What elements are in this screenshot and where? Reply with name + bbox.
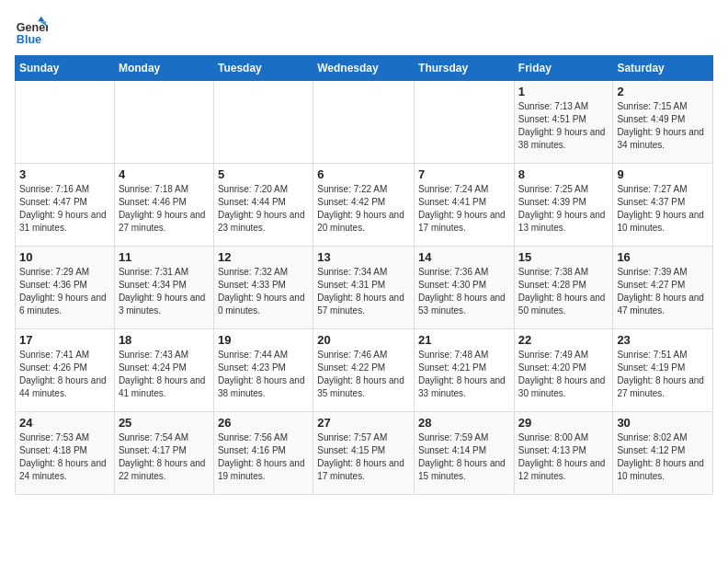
day-info: Sunrise: 7:36 AM Sunset: 4:30 PM Dayligh… bbox=[418, 266, 510, 317]
calendar-cell: 11Sunrise: 7:31 AM Sunset: 4:34 PM Dayli… bbox=[114, 247, 213, 329]
day-number: 22 bbox=[518, 333, 609, 347]
day-number: 26 bbox=[218, 416, 309, 430]
weekday-header-friday: Friday bbox=[514, 56, 613, 81]
calendar-cell: 6Sunrise: 7:22 AM Sunset: 4:42 PM Daylig… bbox=[313, 164, 415, 247]
day-number: 29 bbox=[518, 416, 609, 430]
day-info: Sunrise: 7:34 AM Sunset: 4:31 PM Dayligh… bbox=[317, 266, 410, 317]
calendar-table: SundayMondayTuesdayWednesdayThursdayFrid… bbox=[15, 55, 713, 495]
day-info: Sunrise: 8:02 AM Sunset: 4:12 PM Dayligh… bbox=[617, 431, 709, 483]
calendar-cell: 16Sunrise: 7:39 AM Sunset: 4:27 PM Dayli… bbox=[613, 247, 713, 329]
svg-marker-2 bbox=[38, 17, 44, 21]
weekday-header-saturday: Saturday bbox=[613, 56, 713, 81]
day-number: 10 bbox=[19, 250, 110, 264]
calendar-week-4: 17Sunrise: 7:41 AM Sunset: 4:26 PM Dayli… bbox=[16, 329, 713, 412]
calendar-cell: 4Sunrise: 7:18 AM Sunset: 4:46 PM Daylig… bbox=[114, 164, 213, 247]
svg-text:Blue: Blue bbox=[17, 33, 41, 46]
day-info: Sunrise: 7:16 AM Sunset: 4:47 PM Dayligh… bbox=[19, 183, 110, 235]
day-info: Sunrise: 7:22 AM Sunset: 4:42 PM Dayligh… bbox=[317, 183, 410, 235]
day-number: 14 bbox=[418, 250, 510, 264]
day-number: 16 bbox=[617, 250, 709, 264]
day-info: Sunrise: 7:54 AM Sunset: 4:17 PM Dayligh… bbox=[119, 431, 210, 483]
logo-icon: General Blue bbox=[15, 15, 48, 48]
day-number: 25 bbox=[119, 416, 210, 430]
weekday-header-wednesday: Wednesday bbox=[313, 56, 415, 81]
calendar-week-3: 10Sunrise: 7:29 AM Sunset: 4:36 PM Dayli… bbox=[16, 247, 713, 329]
calendar-cell: 26Sunrise: 7:56 AM Sunset: 4:16 PM Dayli… bbox=[213, 412, 313, 495]
weekday-header-monday: Monday bbox=[114, 56, 213, 81]
day-info: Sunrise: 7:48 AM Sunset: 4:21 PM Dayligh… bbox=[418, 349, 510, 400]
day-number: 11 bbox=[119, 250, 210, 264]
day-info: Sunrise: 7:56 AM Sunset: 4:16 PM Dayligh… bbox=[218, 431, 309, 483]
calendar-cell: 13Sunrise: 7:34 AM Sunset: 4:31 PM Dayli… bbox=[313, 247, 415, 329]
calendar-cell: 27Sunrise: 7:57 AM Sunset: 4:15 PM Dayli… bbox=[313, 412, 415, 495]
calendar-cell: 5Sunrise: 7:20 AM Sunset: 4:44 PM Daylig… bbox=[213, 164, 313, 247]
day-number: 27 bbox=[317, 416, 410, 430]
day-number: 17 bbox=[19, 333, 110, 347]
calendar-cell: 8Sunrise: 7:25 AM Sunset: 4:39 PM Daylig… bbox=[514, 164, 613, 247]
day-info: Sunrise: 7:27 AM Sunset: 4:37 PM Dayligh… bbox=[617, 183, 709, 235]
day-info: Sunrise: 7:59 AM Sunset: 4:14 PM Dayligh… bbox=[418, 431, 510, 483]
calendar-cell: 10Sunrise: 7:29 AM Sunset: 4:36 PM Dayli… bbox=[16, 247, 115, 329]
day-number: 7 bbox=[418, 167, 510, 181]
day-info: Sunrise: 8:00 AM Sunset: 4:13 PM Dayligh… bbox=[518, 431, 609, 483]
day-info: Sunrise: 7:29 AM Sunset: 4:36 PM Dayligh… bbox=[19, 266, 110, 317]
calendar-cell: 24Sunrise: 7:53 AM Sunset: 4:18 PM Dayli… bbox=[16, 412, 115, 495]
day-info: Sunrise: 7:24 AM Sunset: 4:41 PM Dayligh… bbox=[418, 183, 510, 235]
calendar-cell: 15Sunrise: 7:38 AM Sunset: 4:28 PM Dayli… bbox=[514, 247, 613, 329]
calendar-cell: 12Sunrise: 7:32 AM Sunset: 4:33 PM Dayli… bbox=[213, 247, 313, 329]
day-info: Sunrise: 7:44 AM Sunset: 4:23 PM Dayligh… bbox=[218, 349, 309, 400]
day-number: 4 bbox=[119, 167, 210, 181]
page-header: General Blue bbox=[15, 15, 713, 48]
calendar-cell: 7Sunrise: 7:24 AM Sunset: 4:41 PM Daylig… bbox=[415, 164, 515, 247]
day-info: Sunrise: 7:15 AM Sunset: 4:49 PM Dayligh… bbox=[617, 100, 709, 152]
weekday-header-thursday: Thursday bbox=[415, 56, 515, 81]
calendar-cell: 22Sunrise: 7:49 AM Sunset: 4:20 PM Dayli… bbox=[514, 329, 613, 412]
calendar-header-row: SundayMondayTuesdayWednesdayThursdayFrid… bbox=[16, 56, 713, 81]
day-info: Sunrise: 7:49 AM Sunset: 4:20 PM Dayligh… bbox=[518, 349, 609, 400]
day-number: 20 bbox=[317, 333, 410, 347]
calendar-cell: 20Sunrise: 7:46 AM Sunset: 4:22 PM Dayli… bbox=[313, 329, 415, 412]
day-number: 21 bbox=[418, 333, 510, 347]
day-number: 18 bbox=[119, 333, 210, 347]
calendar-cell: 28Sunrise: 7:59 AM Sunset: 4:14 PM Dayli… bbox=[415, 412, 515, 495]
day-number: 12 bbox=[218, 250, 309, 264]
logo: General Blue bbox=[15, 15, 48, 48]
calendar-cell: 29Sunrise: 8:00 AM Sunset: 4:13 PM Dayli… bbox=[514, 412, 613, 495]
day-info: Sunrise: 7:46 AM Sunset: 4:22 PM Dayligh… bbox=[317, 349, 410, 400]
day-number: 2 bbox=[617, 85, 709, 98]
calendar-cell: 30Sunrise: 8:02 AM Sunset: 4:12 PM Dayli… bbox=[613, 412, 713, 495]
calendar-week-1: 1Sunrise: 7:13 AM Sunset: 4:51 PM Daylig… bbox=[16, 81, 713, 164]
calendar-cell bbox=[114, 81, 213, 164]
calendar-cell bbox=[415, 81, 515, 164]
calendar-cell: 23Sunrise: 7:51 AM Sunset: 4:19 PM Dayli… bbox=[613, 329, 713, 412]
calendar-week-5: 24Sunrise: 7:53 AM Sunset: 4:18 PM Dayli… bbox=[16, 412, 713, 495]
day-info: Sunrise: 7:43 AM Sunset: 4:24 PM Dayligh… bbox=[119, 349, 210, 400]
calendar-cell bbox=[313, 81, 415, 164]
day-number: 23 bbox=[617, 333, 709, 347]
day-info: Sunrise: 7:51 AM Sunset: 4:19 PM Dayligh… bbox=[617, 349, 709, 400]
weekday-header-sunday: Sunday bbox=[16, 56, 115, 81]
calendar-cell: 1Sunrise: 7:13 AM Sunset: 4:51 PM Daylig… bbox=[514, 81, 613, 164]
day-info: Sunrise: 7:31 AM Sunset: 4:34 PM Dayligh… bbox=[119, 266, 210, 317]
day-number: 28 bbox=[418, 416, 510, 430]
calendar-cell bbox=[213, 81, 313, 164]
day-info: Sunrise: 7:39 AM Sunset: 4:27 PM Dayligh… bbox=[617, 266, 709, 317]
day-info: Sunrise: 7:13 AM Sunset: 4:51 PM Dayligh… bbox=[518, 100, 609, 152]
calendar-cell: 21Sunrise: 7:48 AM Sunset: 4:21 PM Dayli… bbox=[415, 329, 515, 412]
day-number: 19 bbox=[218, 333, 309, 347]
calendar-cell: 18Sunrise: 7:43 AM Sunset: 4:24 PM Dayli… bbox=[114, 329, 213, 412]
day-number: 13 bbox=[317, 250, 410, 264]
day-info: Sunrise: 7:20 AM Sunset: 4:44 PM Dayligh… bbox=[218, 183, 309, 235]
day-number: 9 bbox=[617, 167, 709, 181]
calendar-cell: 9Sunrise: 7:27 AM Sunset: 4:37 PM Daylig… bbox=[613, 164, 713, 247]
day-number: 15 bbox=[518, 250, 609, 264]
weekday-header-tuesday: Tuesday bbox=[213, 56, 313, 81]
day-info: Sunrise: 7:18 AM Sunset: 4:46 PM Dayligh… bbox=[119, 183, 210, 235]
day-number: 1 bbox=[518, 85, 609, 98]
day-info: Sunrise: 7:53 AM Sunset: 4:18 PM Dayligh… bbox=[19, 431, 110, 483]
day-info: Sunrise: 7:57 AM Sunset: 4:15 PM Dayligh… bbox=[317, 431, 410, 483]
day-info: Sunrise: 7:25 AM Sunset: 4:39 PM Dayligh… bbox=[518, 183, 609, 235]
calendar-cell bbox=[16, 81, 115, 164]
day-info: Sunrise: 7:41 AM Sunset: 4:26 PM Dayligh… bbox=[19, 349, 110, 400]
calendar-cell: 19Sunrise: 7:44 AM Sunset: 4:23 PM Dayli… bbox=[213, 329, 313, 412]
